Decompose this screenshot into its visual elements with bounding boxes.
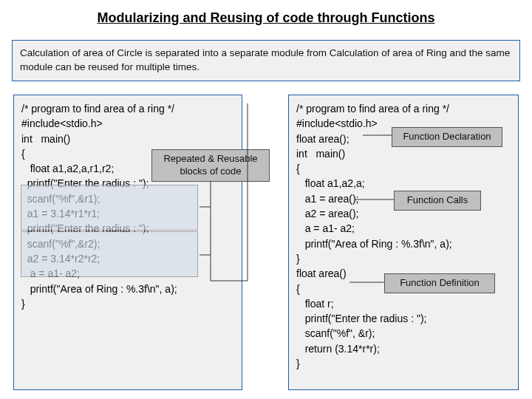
intro-box: Calculation of area of Circle is separat… [12, 40, 520, 81]
label-repeated-blocks: Repeated & Reusable blocks of code [151, 149, 270, 182]
label-function-definition: Function Definition [384, 273, 495, 293]
code-original-text: /* program to find area of a ring */ #in… [21, 101, 234, 311]
code-block-original: /* program to find area of a ring */ #in… [13, 95, 242, 390]
page-title: Modularizing and Reusing of code through… [0, 0, 532, 26]
label-function-calls: Function Calls [394, 191, 481, 211]
label-function-declaration: Function Declaration [392, 127, 502, 147]
